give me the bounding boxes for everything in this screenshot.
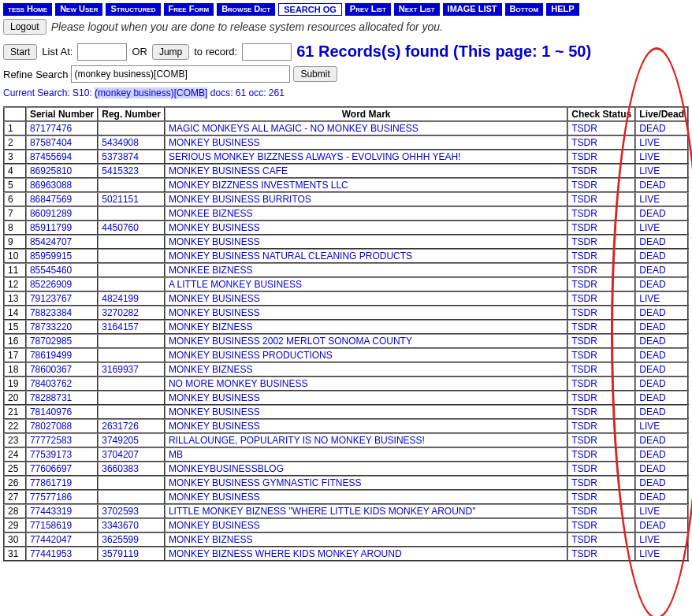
- wordmark-link[interactable]: A LITTLE MONKEY BUSINESS: [169, 279, 302, 290]
- to-record-input[interactable]: [242, 43, 292, 61]
- live-link[interactable]: DEAD: [639, 378, 665, 389]
- serial-link[interactable]: 86925810: [30, 165, 72, 176]
- serial-link[interactable]: 79123767: [30, 293, 72, 304]
- nav-bottom[interactable]: Bottom: [505, 3, 544, 16]
- reg-link[interactable]: 3625599: [102, 534, 139, 545]
- tsdr-link[interactable]: TSDR: [571, 520, 597, 531]
- tsdr-link[interactable]: TSDR: [571, 336, 597, 347]
- logout-button[interactable]: Logout: [3, 19, 47, 35]
- wordmark-link[interactable]: NO MORE MONKEY BUSINESS: [169, 378, 307, 389]
- serial-link[interactable]: 87587404: [30, 137, 72, 148]
- tsdr-link[interactable]: TSDR: [571, 293, 597, 304]
- tsdr-link[interactable]: TSDR: [571, 279, 597, 290]
- live-link[interactable]: LIVE: [639, 194, 660, 205]
- wordmark-link[interactable]: MONKEE BIZNESS: [169, 208, 253, 219]
- live-link[interactable]: DEAD: [639, 520, 665, 531]
- wordmark-link[interactable]: MONKEY BUSINESS GYMNASTIC FITNESS: [169, 477, 362, 488]
- serial-link[interactable]: 77442047: [30, 534, 72, 545]
- reg-link[interactable]: 2631726: [102, 421, 139, 432]
- serial-link[interactable]: 86091289: [30, 208, 72, 219]
- serial-link[interactable]: 77158619: [30, 520, 72, 531]
- tsdr-link[interactable]: TSDR: [571, 208, 597, 219]
- tsdr-link[interactable]: TSDR: [571, 123, 597, 134]
- wordmark-link[interactable]: MONKEY BUSINESS: [169, 307, 260, 318]
- reg-link[interactable]: 3169937: [102, 364, 139, 375]
- live-link[interactable]: DEAD: [639, 463, 665, 474]
- tsdr-link[interactable]: TSDR: [571, 194, 597, 205]
- live-link[interactable]: DEAD: [639, 477, 665, 488]
- serial-link[interactable]: 85911799: [30, 222, 72, 233]
- tsdr-link[interactable]: TSDR: [571, 364, 597, 375]
- wordmark-link[interactable]: LITTLE MONKEY BIZNESS "WHERE LITTLE KIDS…: [169, 506, 476, 517]
- nav-browse-dict[interactable]: Browse Dict: [217, 3, 275, 16]
- tsdr-link[interactable]: TSDR: [571, 350, 597, 361]
- tsdr-link[interactable]: TSDR: [571, 392, 597, 403]
- tsdr-link[interactable]: TSDR: [571, 477, 597, 488]
- reg-link[interactable]: 3704207: [102, 449, 139, 460]
- nav-structured[interactable]: Structured: [106, 3, 160, 16]
- nav-next-list[interactable]: Next List: [394, 3, 440, 16]
- wordmark-link[interactable]: MONKEY BIZZNESS INVESTMENTS LLC: [169, 180, 348, 191]
- tsdr-link[interactable]: TSDR: [571, 151, 597, 162]
- nav-free-form[interactable]: Free Form: [164, 3, 214, 16]
- tsdr-link[interactable]: TSDR: [571, 250, 597, 262]
- live-link[interactable]: DEAD: [639, 392, 665, 403]
- wordmark-link[interactable]: MONKEY BUSINESS PRODUCTIONS: [169, 350, 333, 361]
- wordmark-link[interactable]: MONKEY BUSINESS NATURAL CLEANING PRODUCT…: [169, 250, 412, 262]
- nav-new-user[interactable]: New User: [55, 3, 102, 16]
- tsdr-link[interactable]: TSDR: [571, 548, 597, 559]
- serial-link[interactable]: 87177476: [30, 123, 72, 134]
- wordmark-link[interactable]: MONKEY BIZNESS WHERE KIDS MONKEY AROUND: [169, 548, 402, 559]
- serial-link[interactable]: 77443319: [30, 506, 72, 517]
- tsdr-link[interactable]: TSDR: [571, 534, 597, 545]
- serial-link[interactable]: 78619499: [30, 350, 72, 361]
- serial-link[interactable]: 77441953: [30, 548, 72, 559]
- wordmark-link[interactable]: MONKEY BUSINESS: [169, 520, 260, 531]
- jump-button[interactable]: Jump: [152, 44, 189, 60]
- submit-button[interactable]: Submit: [293, 66, 337, 82]
- serial-link[interactable]: 78027088: [30, 421, 72, 432]
- serial-link[interactable]: 85226909: [30, 279, 72, 290]
- wordmark-link[interactable]: RILLALOUNGE, POPULARITY IS NO MONKEY BUS…: [169, 435, 425, 446]
- live-link[interactable]: DEAD: [639, 350, 665, 361]
- live-link[interactable]: LIVE: [639, 222, 660, 233]
- serial-link[interactable]: 78403762: [30, 378, 72, 389]
- reg-link[interactable]: 5021151: [102, 194, 139, 205]
- live-link[interactable]: DEAD: [639, 279, 665, 290]
- serial-link[interactable]: 85424707: [30, 236, 72, 247]
- live-link[interactable]: LIVE: [639, 137, 660, 148]
- nav-tess-home[interactable]: tess Home: [3, 3, 52, 16]
- tsdr-link[interactable]: TSDR: [571, 222, 597, 233]
- reg-link[interactable]: 3660383: [102, 463, 139, 474]
- serial-link[interactable]: 86963088: [30, 180, 72, 191]
- live-link[interactable]: LIVE: [639, 421, 660, 432]
- live-link[interactable]: LIVE: [639, 293, 660, 304]
- tsdr-link[interactable]: TSDR: [571, 378, 597, 389]
- live-link[interactable]: DEAD: [639, 180, 665, 191]
- live-link[interactable]: DEAD: [639, 449, 665, 460]
- live-link[interactable]: LIVE: [639, 151, 660, 162]
- nav-help[interactable]: HELP: [546, 3, 579, 16]
- start-button[interactable]: Start: [3, 44, 37, 60]
- wordmark-link[interactable]: MONKEY BUSINESS: [169, 293, 260, 304]
- wordmark-link[interactable]: MONKEYBUSINESSBLOG: [169, 463, 284, 474]
- reg-link[interactable]: 3702593: [102, 506, 139, 517]
- serial-link[interactable]: 86847569: [30, 194, 72, 205]
- nav-prev-list[interactable]: Prev List: [345, 3, 391, 16]
- tsdr-link[interactable]: TSDR: [571, 492, 597, 503]
- serial-link[interactable]: 77861719: [30, 477, 72, 488]
- wordmark-link[interactable]: MONKEY BUSINESS: [169, 236, 260, 247]
- reg-link[interactable]: 5415323: [102, 165, 139, 176]
- wordmark-link[interactable]: MONKEY BUSINESS CAFE: [169, 165, 288, 176]
- tsdr-link[interactable]: TSDR: [571, 265, 597, 276]
- wordmark-link[interactable]: SERIOUS MONKEY BIZZNESS ALWAYS - EVOLVIN…: [169, 151, 461, 162]
- reg-link[interactable]: 3579119: [102, 548, 139, 559]
- serial-link[interactable]: 78733220: [30, 321, 72, 332]
- tsdr-link[interactable]: TSDR: [571, 321, 597, 332]
- serial-link[interactable]: 85959915: [30, 250, 72, 262]
- live-link[interactable]: DEAD: [639, 236, 665, 247]
- serial-link[interactable]: 85545460: [30, 265, 72, 276]
- tsdr-link[interactable]: TSDR: [571, 180, 597, 191]
- tsdr-link[interactable]: TSDR: [571, 421, 597, 432]
- wordmark-link[interactable]: MONKEY BIZNESS: [169, 321, 252, 332]
